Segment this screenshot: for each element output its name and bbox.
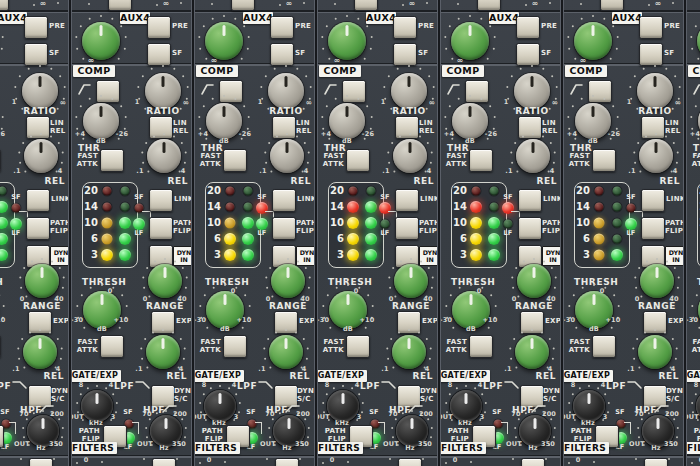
lin-rel-button[interactable] (272, 116, 296, 139)
comp-knee-button[interactable] (588, 80, 612, 103)
comp-release-knob-cap[interactable] (393, 139, 427, 173)
aux-pre-button[interactable] (270, 16, 294, 39)
range-knob-cap[interactable] (640, 264, 674, 298)
gate-fast-attack-button[interactable] (0, 335, 1, 358)
aux-sf-button[interactable] (24, 43, 48, 66)
gate-release-knob-cap[interactable] (146, 335, 180, 369)
comp-knee-button[interactable] (465, 80, 489, 103)
comp-fast-attack-button[interactable] (346, 149, 370, 172)
exp-button[interactable] (397, 311, 421, 334)
link-button[interactable] (149, 189, 173, 212)
comp-path-flip-button[interactable] (518, 217, 542, 240)
clipped-button-bottom[interactable] (521, 458, 545, 466)
aux-sf-button[interactable] (639, 43, 663, 66)
comp-path-flip-button[interactable] (272, 217, 296, 240)
lin-rel-button[interactable] (395, 116, 419, 139)
meter-scale-20: 20 (84, 186, 98, 196)
clipped-button-top[interactable] (0, 0, 9, 11)
ratio-knob-cap[interactable] (268, 73, 304, 109)
clipped-button-top[interactable] (600, 0, 624, 11)
link-button[interactable] (518, 189, 542, 212)
clipped-button-bottom[interactable] (644, 458, 668, 466)
exp-button[interactable] (520, 311, 544, 334)
lin-rel-button[interactable] (641, 116, 665, 139)
comp-fast-attack-button[interactable] (469, 149, 493, 172)
gate-release-knob-cap[interactable] (23, 335, 57, 369)
comp-release-knob-cap[interactable] (639, 139, 673, 173)
aux-sf-button[interactable] (147, 43, 171, 66)
comp-fast-attack-button[interactable] (223, 149, 247, 172)
lpf-unit-mark: kHz (334, 420, 350, 427)
gate-fast-attack-button[interactable] (346, 335, 370, 358)
clipped-button-bottom[interactable] (275, 458, 299, 466)
aux-pre-button[interactable] (639, 16, 663, 39)
aux4-knob-cap[interactable] (574, 22, 612, 60)
ratio-knob-cap[interactable] (145, 73, 181, 109)
ratio-knob-cap[interactable] (514, 73, 550, 109)
exp-button[interactable] (643, 311, 667, 334)
link-button[interactable] (272, 189, 296, 212)
comp-fast-attack-button[interactable] (100, 149, 124, 172)
link-button[interactable] (26, 189, 50, 212)
comp-knee-button[interactable] (96, 80, 120, 103)
range-knob-cap[interactable] (394, 264, 428, 298)
clipped-button-bottom[interactable] (152, 458, 176, 466)
comp-path-flip-button[interactable] (641, 217, 665, 240)
gate-release-knob-cap[interactable] (269, 335, 303, 369)
ratio-knob-cap[interactable] (637, 73, 673, 109)
comp-fast-attack-button[interactable] (0, 149, 1, 172)
clipped-button-top[interactable] (231, 0, 255, 11)
aux-sf-button[interactable] (393, 43, 417, 66)
link-button[interactable] (395, 189, 419, 212)
clipped-button-bottom[interactable] (29, 458, 53, 466)
clipped-knob-mark-bottom: 0 (204, 457, 214, 464)
aux4-knob-cap[interactable] (451, 22, 489, 60)
gate-fast-attack-button[interactable] (223, 335, 247, 358)
gate-release-knob-cap[interactable] (638, 335, 672, 369)
clipped-button-bottom[interactable] (398, 458, 422, 466)
gate-fast-attack-button[interactable] (592, 335, 616, 358)
comp-knee-button[interactable] (219, 80, 243, 103)
comp-release-knob-cap[interactable] (147, 139, 181, 173)
signal-meter-led (488, 249, 500, 261)
range-knob-cap[interactable] (148, 264, 182, 298)
exp-button[interactable] (274, 311, 298, 334)
exp-button[interactable] (151, 311, 175, 334)
comp-release-knob-cap[interactable] (270, 139, 304, 173)
aux4-knob-cap[interactable] (82, 22, 120, 60)
clipped-button-top[interactable] (477, 0, 501, 11)
aux-sf-button[interactable] (270, 43, 294, 66)
aux4-knob-cap[interactable] (328, 22, 366, 60)
lin-rel-button[interactable] (518, 116, 542, 139)
comp-knee-button[interactable] (342, 80, 366, 103)
gate-fast-attack-button[interactable] (100, 335, 124, 358)
clipped-button-top[interactable] (354, 0, 378, 11)
aux-pre-button[interactable] (147, 16, 171, 39)
gate-release-knob-cap[interactable] (515, 335, 549, 369)
comp-path-flip-button[interactable] (26, 217, 50, 240)
comp-fast-attack-button[interactable] (592, 149, 616, 172)
ratio-knob-cap[interactable] (22, 73, 58, 109)
aux-pre-button[interactable] (516, 16, 540, 39)
gate-fast-attack-button[interactable] (469, 335, 493, 358)
lin-rel-button[interactable] (149, 116, 173, 139)
link-button[interactable] (641, 189, 665, 212)
ratio-knob-cap[interactable] (391, 73, 427, 109)
aux-pre-button[interactable] (393, 16, 417, 39)
range-knob-cap[interactable] (25, 264, 59, 298)
comp-release-knob-cap[interactable] (24, 139, 58, 173)
lin-rel-button[interactable] (26, 116, 50, 139)
comp-release-knob-cap[interactable] (516, 139, 550, 173)
aux4-knob-cap[interactable] (205, 22, 243, 60)
filter-path-flip-button[interactable] (0, 425, 4, 448)
exp-button[interactable] (28, 311, 52, 334)
aux-sf-button[interactable] (516, 43, 540, 66)
knob-tick-dot (211, 3, 213, 5)
aux-pre-button[interactable] (24, 16, 48, 39)
range-knob-cap[interactable] (271, 264, 305, 298)
comp-path-flip-button[interactable] (395, 217, 419, 240)
clipped-button-top[interactable] (108, 0, 132, 11)
comp-path-flip-button[interactable] (149, 217, 173, 240)
gate-release-knob-cap[interactable] (392, 335, 426, 369)
range-knob-cap[interactable] (517, 264, 551, 298)
